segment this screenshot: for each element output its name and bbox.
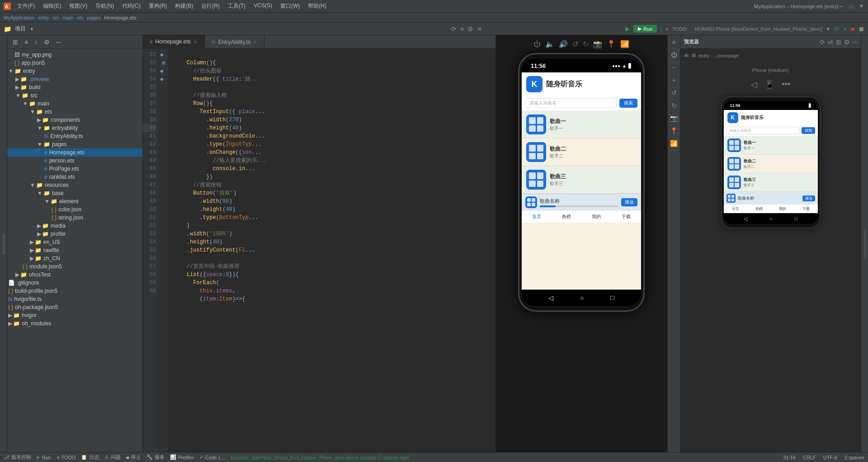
- preview-refresh-icon[interactable]: ⟳: [820, 38, 825, 46]
- menu-window[interactable]: 窗口(W): [277, 1, 303, 11]
- vert-wifi-icon[interactable]: 📶: [669, 138, 679, 148]
- preview-more-btn[interactable]: •••: [782, 80, 790, 90]
- tree-media-folder[interactable]: ▶ 📁 media: [7, 222, 142, 230]
- nav-download[interactable]: 下载: [622, 214, 631, 220]
- menu-refactor[interactable]: 重构(R): [145, 1, 171, 11]
- tree-en-us-folder[interactable]: ▶ 📁 en_US: [7, 238, 142, 246]
- tree-main-folder[interactable]: ▼ 📁 main: [7, 100, 142, 108]
- todo-btn[interactable]: ≡ TODO: [57, 455, 75, 460]
- vert-rotate-fwd-icon[interactable]: ↻: [670, 100, 678, 110]
- tree-rawfile-folder[interactable]: ▶ 📁 rawfile: [7, 246, 142, 254]
- device-add-icon[interactable]: +: [843, 25, 847, 33]
- tree-module-json5[interactable]: { } module.json5: [7, 262, 142, 271]
- sort-icon[interactable]: ≡: [460, 25, 464, 33]
- tree-gitignore[interactable]: 📄 .gitignore: [7, 279, 142, 287]
- sync-icon[interactable]: ⟳: [451, 25, 457, 33]
- song-item-3[interactable]: 歌曲三 歌手三: [522, 166, 641, 194]
- preview-close-icon[interactable]: ─: [853, 38, 857, 46]
- menu-edit[interactable]: 编辑(E): [39, 1, 65, 11]
- screenshot-icon[interactable]: 📸: [593, 40, 602, 48]
- tree-string-json[interactable]: { } string.json: [7, 214, 142, 222]
- tab-entryability[interactable]: ts EntryAbility.ts ✕: [205, 35, 265, 48]
- service-btn[interactable]: 🔧 服务: [146, 454, 165, 461]
- tree-my-app-png[interactable]: 🖼 my_app.png: [7, 51, 142, 59]
- menu-nav[interactable]: 导航(N): [92, 1, 118, 11]
- vert-screenshot-icon[interactable]: 📷: [669, 113, 679, 123]
- dropdown-icon[interactable]: ▼: [29, 26, 34, 32]
- tree-person-ets[interactable]: e person.ets: [7, 157, 142, 165]
- tree-oh-package[interactable]: { } oh-package.json5: [7, 303, 142, 311]
- device-record-icon[interactable]: ■: [851, 25, 854, 33]
- crlf[interactable]: CRLF: [803, 455, 816, 460]
- device-stop-icon[interactable]: ⏹: [858, 25, 864, 33]
- run-status-btn[interactable]: ▶ Run: [37, 454, 51, 460]
- todo-label[interactable]: TODO: [672, 26, 687, 32]
- vert-vol-up-icon[interactable]: +: [670, 75, 677, 85]
- charset[interactable]: UTF-8: [823, 455, 837, 460]
- line-col[interactable]: 31:16: [783, 455, 796, 460]
- player-btn[interactable]: 播放: [621, 198, 637, 206]
- sidebar-close[interactable]: ─: [54, 38, 62, 47]
- tree-app-json5[interactable]: { } app.json5: [7, 59, 142, 67]
- preview-phone-btn[interactable]: 📱: [764, 80, 774, 90]
- indent[interactable]: 2 spaces: [844, 455, 864, 460]
- code-area[interactable]: Column(){ //抬头图标 Header({ title:'随... //…: [168, 49, 495, 452]
- recents-button[interactable]: □: [610, 294, 614, 301]
- bc-file[interactable]: Homepage.ets: [104, 15, 137, 20]
- menu-view[interactable]: 视图(V): [66, 1, 91, 11]
- log-btn[interactable]: 📋 日志: [81, 454, 99, 461]
- bc-pages[interactable]: pages: [87, 15, 101, 20]
- bc-app[interactable]: MyApplication: [4, 15, 34, 20]
- filter-icon[interactable]: ⚙: [467, 25, 473, 33]
- window-controls[interactable]: ─ □ ✕: [838, 3, 864, 10]
- tree-build-profile[interactable]: { } build-profile.json5: [7, 287, 142, 295]
- rotate-back-icon[interactable]: ↺: [572, 40, 578, 48]
- tree-entryability-ts[interactable]: ts EntryAbility.ts: [7, 132, 142, 140]
- rotate-fwd-icon[interactable]: ↻: [583, 40, 589, 48]
- search-button[interactable]: 搜索: [619, 99, 637, 108]
- tab-close-btn[interactable]: ✕: [193, 39, 197, 44]
- tree-components-folder[interactable]: ▶ 📁 components: [7, 116, 142, 124]
- sidebar-settings[interactable]: ⚙: [42, 38, 52, 47]
- nav-home[interactable]: 首页: [532, 214, 541, 220]
- tree-entry-folder[interactable]: ▼ 📁 entry: [7, 67, 142, 75]
- bc-ets[interactable]: ets: [77, 15, 84, 20]
- menu-help[interactable]: 帮助(H): [304, 1, 330, 11]
- vert-vol-down-icon[interactable]: −: [670, 62, 677, 72]
- menu-run[interactable]: 运行(R): [198, 1, 223, 11]
- tree-src-folder[interactable]: ▼ 📁 src: [7, 91, 142, 100]
- tree-build-folder[interactable]: ▶ 📁 build: [7, 83, 142, 91]
- vol-down-icon[interactable]: 🔈: [545, 40, 554, 48]
- wifi-icon[interactable]: 📶: [620, 40, 629, 48]
- nav-hot[interactable]: 热榜: [562, 214, 571, 220]
- menu-code[interactable]: 代码(C): [118, 1, 144, 11]
- preview-back-btn[interactable]: ◁: [751, 80, 757, 90]
- search-field[interactable]: 请输入乐曲名: [525, 98, 617, 108]
- song-item-1[interactable]: 歌曲一 歌手一: [522, 111, 641, 138]
- tree-resources-folder[interactable]: ▼ 📁 resources: [7, 181, 142, 189]
- vert-rotate-back-icon[interactable]: ↺: [670, 88, 678, 98]
- preview-layout-icon[interactable]: ⊞: [836, 38, 841, 46]
- tree-preview-folder[interactable]: ▶ 📁 .preview: [7, 75, 142, 83]
- menu-bar[interactable]: 文件(F) 编辑(E) 视图(V) 导航(N) 代码(C) 重构(R) 构建(B…: [14, 1, 750, 11]
- preview-settings-icon[interactable]: ⚙: [844, 38, 850, 46]
- close-panel-icon[interactable]: ✕: [477, 25, 482, 33]
- vert-power-icon[interactable]: ⏻: [670, 50, 679, 60]
- problem-btn[interactable]: ⚠ 问题: [104, 454, 121, 461]
- tree-ohostest-folder[interactable]: ▶ 📁 ohosTest: [7, 271, 142, 279]
- tree-hvigorfile[interactable]: ts hvigorfile.ts: [7, 295, 142, 303]
- sidebar-icon1[interactable]: ⊞: [11, 38, 20, 47]
- tree-profile-folder[interactable]: ▶ 📁 profile: [7, 230, 142, 238]
- sidebar-icon3[interactable]: ↕: [33, 38, 39, 47]
- tree-ets-folder[interactable]: ▼ 📁 ets: [7, 108, 142, 116]
- device-refresh-icon[interactable]: ⟳: [834, 25, 840, 33]
- menu-vcs[interactable]: VCS(S): [250, 1, 276, 11]
- location-icon[interactable]: 📍: [607, 40, 616, 48]
- home-button[interactable]: ○: [580, 294, 584, 301]
- minimize-button[interactable]: ─: [838, 3, 844, 10]
- close-button[interactable]: ✕: [858, 3, 864, 10]
- terminate-btn[interactable]: ■ 终止: [126, 454, 141, 461]
- sidebar-icon2[interactable]: ≡: [23, 38, 30, 47]
- run-button[interactable]: ▶Run: [633, 25, 657, 33]
- menu-file[interactable]: 文件(F): [14, 1, 38, 11]
